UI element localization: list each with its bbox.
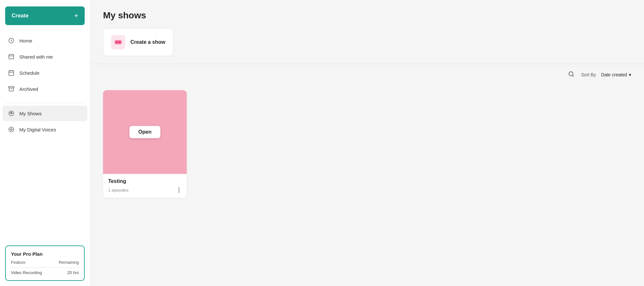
svg-rect-1 — [9, 54, 14, 59]
svg-rect-9 — [118, 41, 118, 43]
show-info: Testing 1 episodes — [103, 174, 187, 198]
svg-point-12 — [569, 72, 573, 76]
nav-list: Home Shared with me Schedule — [0, 33, 90, 100]
home-icon — [8, 37, 15, 44]
dot — [178, 191, 180, 193]
nav-divider — [5, 103, 85, 103]
top-section: Create a show — [90, 21, 644, 64]
sidebar: Create + Home Shared with me — [0, 0, 90, 286]
sidebar-item-archived[interactable]: Archived — [3, 81, 87, 97]
dot — [178, 187, 180, 189]
schedule-icon — [8, 69, 15, 76]
show-meta: 1 episodes — [108, 187, 182, 193]
search-button[interactable] — [566, 69, 576, 80]
main-content: My shows Create a show Sor — [90, 0, 644, 286]
create-button[interactable]: Create + — [5, 6, 85, 25]
pro-plan-feature-col: Feature — [11, 260, 25, 265]
pro-plan-box: Your Pro Plan Feature Remaining Video Re… — [5, 245, 85, 281]
plus-icon: + — [74, 12, 78, 20]
shows-grid: JE Open Testing 1 episodes — [90, 85, 644, 211]
show-card[interactable]: JE Open Testing 1 episodes — [103, 90, 187, 198]
sidebar-item-digitalvoices-label: My Digital Voices — [19, 127, 56, 132]
page-header: My shows — [90, 0, 644, 21]
show-more-button[interactable] — [176, 187, 182, 193]
voices-icon — [8, 126, 15, 133]
dot — [178, 189, 180, 191]
nav-list-2: My Shows My Digital Voices — [0, 106, 90, 173]
pro-plan-row: Video Recording 20 hrs — [11, 270, 79, 275]
pro-plan-header: Feature Remaining — [11, 260, 79, 268]
svg-rect-10 — [119, 41, 120, 44]
svg-rect-7 — [115, 41, 116, 43]
sidebar-item-schedule[interactable]: Schedule — [3, 65, 87, 81]
archived-icon — [8, 85, 15, 92]
pro-plan-remaining-col: Remaining — [59, 260, 79, 265]
sort-value: Date created — [601, 72, 627, 77]
create-label: Create — [12, 13, 29, 19]
sidebar-item-archived-label: Archived — [19, 86, 38, 92]
pro-plan-title: Your Pro Plan — [11, 251, 79, 257]
svg-rect-3 — [9, 87, 14, 88]
sort-by-label: Sort By — [581, 72, 596, 77]
svg-rect-11 — [120, 41, 121, 43]
show-episodes: 1 episodes — [108, 188, 128, 193]
sidebar-item-shared[interactable]: Shared with me — [3, 49, 87, 64]
svg-rect-2 — [9, 71, 14, 75]
sidebar-item-digitalvoices[interactable]: My Digital Voices — [3, 122, 87, 137]
sidebar-item-home-label: Home — [19, 38, 32, 43]
svg-rect-8 — [117, 41, 117, 44]
sort-by-select[interactable]: Date created ▾ — [601, 72, 631, 77]
myshows-icon — [8, 110, 15, 117]
show-thumbnail: JE Open — [103, 90, 187, 174]
svg-point-5 — [9, 127, 14, 132]
open-button[interactable]: Open — [129, 126, 161, 138]
create-show-label: Create a show — [130, 39, 165, 45]
sidebar-item-shared-label: Shared with me — [19, 54, 53, 60]
shared-icon — [8, 53, 15, 60]
toolbar: Sort By Date created ▾ — [90, 64, 644, 85]
sidebar-item-myshows[interactable]: My Shows — [3, 106, 87, 121]
create-show-card[interactable]: Create a show — [103, 28, 173, 56]
pro-plan-feature: Video Recording — [11, 270, 42, 275]
sidebar-item-schedule-label: Schedule — [19, 70, 40, 76]
chevron-down-icon: ▾ — [629, 72, 631, 77]
sidebar-item-home[interactable]: Home — [3, 33, 87, 48]
show-name: Testing — [108, 178, 182, 184]
pro-plan-remaining: 20 hrs — [67, 270, 79, 275]
sidebar-item-myshows-label: My Shows — [19, 111, 42, 116]
page-title: My shows — [103, 10, 631, 21]
create-show-icon — [111, 35, 125, 49]
